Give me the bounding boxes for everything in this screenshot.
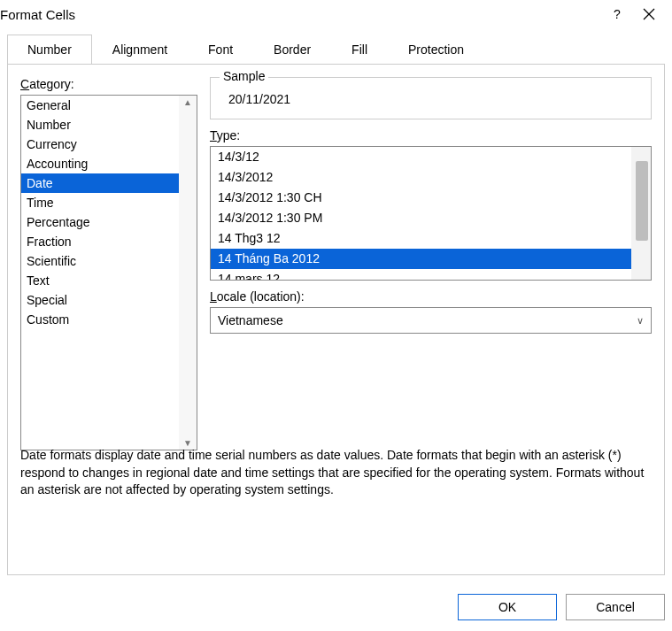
type-item[interactable]: 14/3/12 xyxy=(211,147,651,167)
type-item[interactable]: 14/3/2012 1:30 PM xyxy=(211,208,651,228)
type-item[interactable]: 14 mars 12 xyxy=(211,269,651,281)
type-item[interactable]: 14 Tháng Ba 2012 xyxy=(211,249,651,269)
sample-value: 20/11/2021 xyxy=(221,85,640,106)
description-text: Date formats display date and time seria… xyxy=(20,447,652,499)
category-item-custom[interactable]: Custom xyxy=(21,310,197,329)
category-item-general[interactable]: General xyxy=(21,96,197,115)
category-item-scientific[interactable]: Scientific xyxy=(21,251,197,271)
locale-value: Vietnamese xyxy=(218,313,283,327)
window-title: Format Cells xyxy=(0,7,601,22)
type-listbox[interactable]: 14/3/12 14/3/2012 14/3/2012 1:30 CH 14/3… xyxy=(210,146,652,281)
tab-panel: Category: General Number Currency Accoun… xyxy=(7,64,665,575)
category-item-special[interactable]: Special xyxy=(21,290,197,310)
category-scrollbar[interactable]: ▲ ▼ xyxy=(179,96,197,450)
category-listbox[interactable]: General Number Currency Accounting Date … xyxy=(20,95,197,450)
category-item-fraction[interactable]: Fraction xyxy=(21,232,197,251)
category-item-number[interactable]: Number xyxy=(21,115,197,135)
sample-group: Sample 20/11/2021 xyxy=(210,77,652,119)
ok-button[interactable]: OK xyxy=(458,594,557,620)
category-item-text[interactable]: Text xyxy=(21,271,197,290)
tab-number[interactable]: Number xyxy=(7,35,92,65)
category-item-time[interactable]: Time xyxy=(21,193,197,212)
type-scroll-track[interactable] xyxy=(631,147,651,280)
tab-protection[interactable]: Protection xyxy=(388,35,484,65)
type-scroll-thumb[interactable] xyxy=(636,161,648,241)
title-bar: Format Cells ? xyxy=(0,0,672,28)
help-button[interactable]: ? xyxy=(601,2,633,27)
locale-label: Locale (location): xyxy=(210,289,652,304)
tab-alignment[interactable]: Alignment xyxy=(92,35,188,65)
close-icon xyxy=(643,8,655,20)
type-item[interactable]: 14/3/2012 1:30 CH xyxy=(211,188,651,208)
category-item-date[interactable]: Date xyxy=(21,173,197,193)
type-label: Type: xyxy=(210,128,652,142)
cancel-button[interactable]: Cancel xyxy=(566,594,665,620)
locale-select[interactable]: Vietnamese ∨ xyxy=(210,307,652,334)
type-item[interactable]: 14 Thg3 12 xyxy=(211,228,651,249)
scroll-up-icon: ▲ xyxy=(183,97,192,107)
tab-fill[interactable]: Fill xyxy=(331,35,388,65)
category-item-currency[interactable]: Currency xyxy=(21,135,197,154)
tab-strip: Number Alignment Font Border Fill Protec… xyxy=(7,34,672,64)
dialog-footer: OK Cancel xyxy=(458,594,665,620)
category-label: Category: xyxy=(20,77,197,91)
chevron-down-icon: ∨ xyxy=(637,315,644,327)
category-item-accounting[interactable]: Accounting xyxy=(21,154,197,173)
tab-font[interactable]: Font xyxy=(188,35,253,65)
tab-border[interactable]: Border xyxy=(253,35,331,65)
type-item[interactable]: 14/3/2012 xyxy=(211,167,651,188)
close-button[interactable] xyxy=(633,2,665,27)
sample-legend: Sample xyxy=(220,69,268,83)
category-item-percentage[interactable]: Percentage xyxy=(21,212,197,232)
